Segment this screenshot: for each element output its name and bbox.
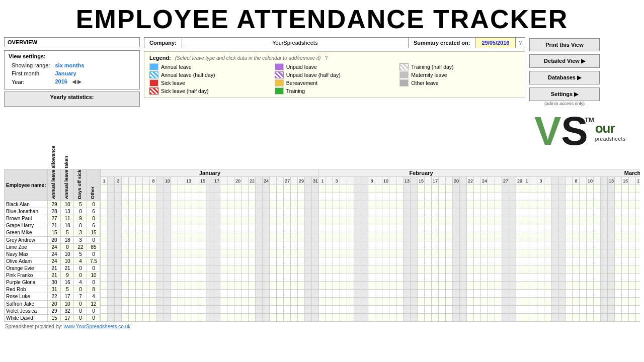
calendar-cell[interactable] [277,257,284,265]
calendar-cell[interactable] [488,193,495,201]
calendar-cell[interactable] [234,314,242,322]
calendar-cell[interactable] [340,314,347,322]
calendar-cell[interactable] [277,241,284,249]
calendar-cell[interactable] [418,241,425,249]
calendar-cell[interactable] [404,217,411,225]
calendar-cell[interactable] [171,193,178,201]
calendar-cell[interactable] [558,217,566,225]
calendar-cell[interactable] [199,257,206,265]
calendar-cell[interactable] [361,257,368,265]
calendar-cell[interactable] [108,306,115,314]
calendar-cell[interactable] [185,201,192,209]
calendar-cell[interactable] [234,282,242,290]
calendar-cell[interactable] [178,306,185,314]
calendar-cell[interactable] [544,249,551,257]
calendar-cell[interactable] [608,201,615,209]
calendar-cell[interactable] [558,257,566,265]
calendar-cell[interactable] [298,209,305,217]
calendar-cell[interactable] [164,201,171,209]
calendar-cell[interactable] [227,193,234,201]
calendar-cell[interactable] [354,282,361,290]
calendar-cell[interactable] [284,193,291,201]
calendar-cell[interactable] [404,209,411,217]
calendar-cell[interactable] [488,249,495,257]
calendar-cell[interactable] [129,298,136,306]
calendar-cell[interactable] [544,201,551,209]
calendar-cell[interactable] [608,265,615,274]
calendar-cell[interactable] [122,298,129,306]
calendar-cell[interactable] [537,185,544,193]
calendar-cell[interactable] [566,274,573,282]
calendar-cell[interactable] [439,185,446,193]
calendar-cell[interactable] [629,249,636,257]
calendar-cell[interactable] [516,185,523,193]
calendar-cell[interactable] [263,241,270,249]
calendar-cell[interactable] [551,233,558,241]
calendar-cell[interactable] [115,201,122,209]
calendar-cell[interactable] [199,193,206,201]
calendar-cell[interactable] [375,201,382,209]
calendar-cell[interactable] [298,233,305,241]
calendar-cell[interactable] [558,306,566,314]
calendar-cell[interactable] [608,314,615,322]
calendar-cell[interactable] [234,217,242,225]
calendar-cell[interactable] [460,185,467,193]
calendar-cell[interactable] [551,201,558,209]
calendar-cell[interactable] [544,233,551,241]
calendar-cell[interactable] [199,241,206,249]
calendar-cell[interactable] [333,249,340,257]
calendar-cell[interactable] [509,185,516,193]
calendar-cell[interactable] [305,290,312,298]
calendar-cell[interactable] [460,257,467,265]
calendar-cell[interactable] [326,233,333,241]
calendar-cell[interactable] [185,290,192,298]
calendar-cell[interactable] [354,185,361,193]
calendar-cell[interactable] [425,233,432,241]
calendar-cell[interactable] [178,298,185,306]
calendar-cell[interactable] [326,225,333,233]
legend-unpaid-half[interactable]: Unpaid leave (half day) [275,71,395,78]
calendar-cell[interactable] [164,290,171,298]
calendar-cell[interactable] [101,217,108,225]
calendar-cell[interactable] [298,249,305,257]
calendar-cell[interactable] [418,306,425,314]
calendar-cell[interactable] [580,306,587,314]
calendar-cell[interactable] [270,209,277,217]
calendar-cell[interactable] [608,225,615,233]
calendar-cell[interactable] [530,209,537,217]
calendar-cell[interactable] [509,298,516,306]
calendar-cell[interactable] [312,290,319,298]
calendar-cell[interactable] [446,185,453,193]
calendar-cell[interactable] [143,298,150,306]
calendar-cell[interactable] [185,314,192,322]
calendar-cell[interactable] [608,306,615,314]
calendar-cell[interactable] [234,233,242,241]
calendar-cell[interactable] [382,185,389,193]
calendar-cell[interactable] [573,225,580,233]
calendar-cell[interactable] [467,225,474,233]
calendar-cell[interactable] [129,185,136,193]
calendar-cell[interactable] [178,265,185,274]
calendar-cell[interactable] [439,290,446,298]
calendar-cell[interactable] [530,274,537,282]
calendar-cell[interactable] [101,257,108,265]
calendar-cell[interactable] [171,274,178,282]
calendar-cell[interactable] [199,306,206,314]
calendar-cell[interactable] [432,193,439,201]
calendar-cell[interactable] [263,201,270,209]
calendar-cell[interactable] [298,290,305,298]
calendar-cell[interactable] [601,257,608,265]
calendar-cell[interactable] [375,274,382,282]
calendar-cell[interactable] [368,274,375,282]
calendar-cell[interactable] [594,274,601,282]
calendar-cell[interactable] [573,298,580,306]
calendar-cell[interactable] [396,241,404,249]
legend-sick[interactable]: Sick leave [149,79,270,86]
calendar-cell[interactable] [263,290,270,298]
calendar-cell[interactable] [108,193,115,201]
calendar-cell[interactable] [298,298,305,306]
calendar-cell[interactable] [608,282,615,290]
calendar-cell[interactable] [453,265,460,274]
calendar-cell[interactable] [277,201,284,209]
calendar-cell[interactable] [453,241,460,249]
